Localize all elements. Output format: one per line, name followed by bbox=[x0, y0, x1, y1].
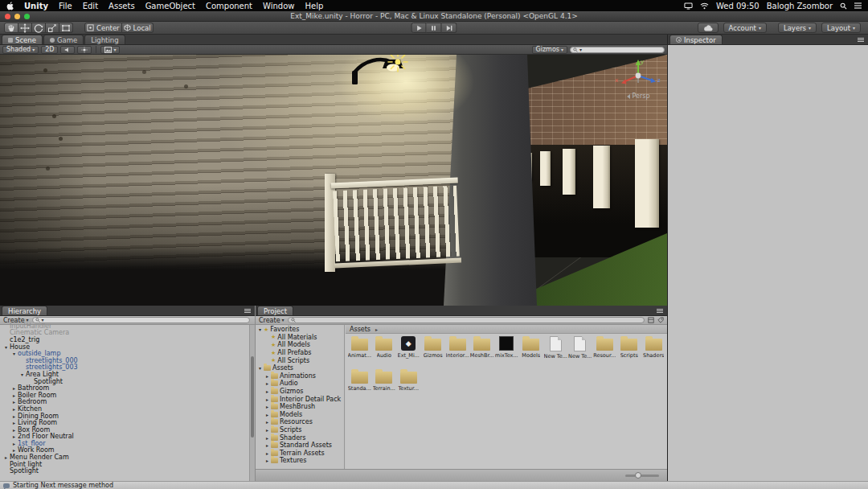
effects-dropdown[interactable]: ▾ bbox=[100, 46, 120, 54]
project-tree-item[interactable]: ▸Shaders bbox=[256, 434, 344, 442]
lighting-toggle-button[interactable] bbox=[77, 46, 92, 54]
project-tree-item[interactable]: ★All Models bbox=[256, 341, 344, 349]
expander-right-icon[interactable]: ▸ bbox=[10, 392, 18, 398]
asset-item[interactable]: mixTex... bbox=[494, 334, 519, 367]
scale-tool-button[interactable] bbox=[46, 23, 59, 33]
slider-knob[interactable] bbox=[635, 472, 641, 479]
inspector-menu-icon[interactable] bbox=[858, 38, 864, 42]
menubar-item-gameobject[interactable]: GameObject bbox=[145, 2, 195, 10]
project-tree-item[interactable]: ▾Assets bbox=[256, 364, 344, 372]
menubar-item-assets[interactable]: Assets bbox=[108, 2, 135, 10]
menubar-user[interactable]: Balogh Zsombor bbox=[767, 2, 833, 10]
asset-item[interactable]: Standa... bbox=[347, 367, 372, 400]
expander-down-icon[interactable]: ▾ bbox=[18, 372, 26, 377]
notification-center-icon[interactable] bbox=[854, 2, 862, 9]
expander-right-icon[interactable]: ▸ bbox=[2, 454, 10, 460]
project-tree-item[interactable]: ▸Gizmos bbox=[256, 388, 344, 396]
menubar-item-help[interactable]: Help bbox=[305, 2, 323, 10]
hierarchy-menu-icon[interactable] bbox=[244, 309, 251, 313]
expander-right-icon[interactable]: ▸ bbox=[10, 406, 18, 412]
account-dropdown[interactable]: Account▾ bbox=[723, 23, 767, 33]
expander-right-icon[interactable]: ▸ bbox=[264, 404, 271, 409]
hierarchy-item[interactable]: ▸Dining Room bbox=[0, 413, 249, 420]
expander-down-icon[interactable]: ▾ bbox=[256, 327, 264, 332]
project-tree-item[interactable]: ▸Models bbox=[256, 411, 344, 419]
hierarchy-item[interactable]: streetlights_003 bbox=[0, 364, 249, 372]
menubar-item-edit[interactable]: Edit bbox=[83, 2, 98, 10]
hierarchy-scrollbar[interactable] bbox=[249, 325, 255, 481]
project-tree-item[interactable]: ▸Interior Detail Pack bbox=[256, 395, 344, 403]
space-mode-button[interactable]: Local bbox=[122, 23, 154, 33]
hierarchy-item[interactable]: ▾outside_lamp bbox=[0, 350, 249, 357]
menubar-item-unity[interactable]: Unity bbox=[24, 2, 48, 10]
spotlight-search-icon[interactable] bbox=[840, 2, 847, 10]
project-tree-item[interactable]: ▸Standard Assets bbox=[256, 442, 344, 450]
menubar-item-file[interactable]: File bbox=[59, 2, 72, 10]
hierarchy-item[interactable]: InputHandler bbox=[0, 323, 249, 330]
hierarchy-item[interactable]: ▸Work Room bbox=[0, 447, 249, 454]
expander-right-icon[interactable]: ▸ bbox=[264, 450, 271, 456]
pause-button[interactable] bbox=[427, 23, 442, 33]
expander-right-icon[interactable]: ▸ bbox=[264, 380, 271, 386]
step-button[interactable] bbox=[442, 23, 457, 33]
hierarchy-item[interactable]: ▾Area Light bbox=[0, 371, 249, 378]
hierarchy-item[interactable]: Spotlight bbox=[0, 467, 249, 475]
project-tree-item[interactable]: ▸Audio bbox=[256, 380, 344, 388]
expander-right-icon[interactable]: ▸ bbox=[10, 447, 18, 453]
expander-right-icon[interactable]: ▸ bbox=[264, 427, 271, 433]
asset-item[interactable]: Shaders bbox=[641, 334, 666, 367]
scene-orientation-gizmo[interactable]: x y z bbox=[612, 56, 664, 93]
pivot-mode-button[interactable]: Center bbox=[84, 23, 122, 33]
expander-right-icon[interactable]: ▸ bbox=[10, 399, 18, 405]
asset-zoom-slider[interactable] bbox=[625, 475, 659, 477]
rotate-tool-button[interactable] bbox=[32, 23, 46, 33]
hand-tool-button[interactable] bbox=[4, 23, 18, 33]
expander-right-icon[interactable]: ▸ bbox=[264, 435, 271, 441]
asset-item[interactable]: New Te... bbox=[543, 334, 568, 367]
tab-inspector[interactable]: Inspector bbox=[669, 35, 723, 44]
tab-project[interactable]: Project bbox=[257, 306, 293, 315]
status-bar[interactable]: Starting Next message method bbox=[0, 481, 868, 489]
hierarchy-item[interactable]: ▾House bbox=[0, 343, 249, 351]
hierarchy-item[interactable]: ▸Kitchen bbox=[0, 405, 249, 413]
expander-right-icon[interactable]: ▸ bbox=[10, 441, 18, 446]
search-by-label-icon[interactable] bbox=[657, 317, 664, 323]
hierarchy-item[interactable]: ▸Living Room bbox=[0, 419, 249, 426]
project-create-button[interactable]: Create▾ bbox=[259, 317, 285, 324]
move-tool-button[interactable] bbox=[18, 23, 32, 33]
project-tree-item[interactable]: ▸Resources bbox=[256, 418, 344, 426]
expander-right-icon[interactable]: ▸ bbox=[10, 434, 18, 439]
expander-right-icon[interactable]: ▸ bbox=[10, 420, 18, 425]
layout-dropdown[interactable]: Layout▾ bbox=[821, 23, 861, 33]
project-tree-item[interactable]: ★All Materials bbox=[256, 334, 344, 342]
menubar-item-component[interactable]: Component bbox=[206, 2, 252, 10]
scrollbar-thumb[interactable] bbox=[251, 356, 254, 438]
tab-game[interactable]: Game bbox=[43, 35, 84, 44]
perspective-mode-label[interactable]: Persp bbox=[612, 92, 664, 100]
expander-right-icon[interactable]: ▸ bbox=[264, 397, 271, 402]
project-tree-item[interactable]: ▸Textures bbox=[256, 457, 344, 465]
zoom-window-button[interactable] bbox=[24, 14, 30, 19]
scene-viewport[interactable]: x y z Persp bbox=[0, 55, 667, 306]
asset-item[interactable]: Gizmos bbox=[421, 334, 446, 367]
project-tree-item[interactable]: ★All Prefabs bbox=[256, 349, 344, 357]
project-search-input[interactable] bbox=[288, 317, 645, 323]
project-tree-item[interactable]: ▸Animations bbox=[256, 372, 344, 380]
hierarchy-item[interactable]: Point light bbox=[0, 461, 249, 468]
asset-item[interactable]: Animat... bbox=[347, 334, 372, 367]
project-menu-icon[interactable] bbox=[657, 309, 663, 313]
expander-right-icon[interactable]: ▸ bbox=[264, 388, 271, 394]
close-window-button[interactable] bbox=[5, 14, 10, 19]
scene-search-input[interactable]: ▾ bbox=[570, 47, 665, 53]
project-tree-item[interactable]: ▾★Favorites bbox=[256, 326, 344, 334]
breadcrumb-label[interactable]: Assets bbox=[350, 326, 371, 333]
hierarchy-item[interactable]: Spotlight bbox=[0, 378, 249, 385]
project-tree-item[interactable]: ▸Scripts bbox=[256, 426, 344, 434]
display-icon[interactable] bbox=[684, 2, 693, 10]
expander-right-icon[interactable]: ▸ bbox=[264, 412, 271, 417]
hierarchy-item[interactable]: ▸Bathroom bbox=[0, 384, 249, 392]
asset-item[interactable]: Audio bbox=[372, 334, 397, 367]
hierarchy-item[interactable]: ▸Box Room bbox=[0, 426, 249, 434]
hierarchy-item[interactable]: ▸Boiler Room bbox=[0, 392, 249, 399]
asset-item[interactable]: Scripts bbox=[617, 334, 642, 367]
